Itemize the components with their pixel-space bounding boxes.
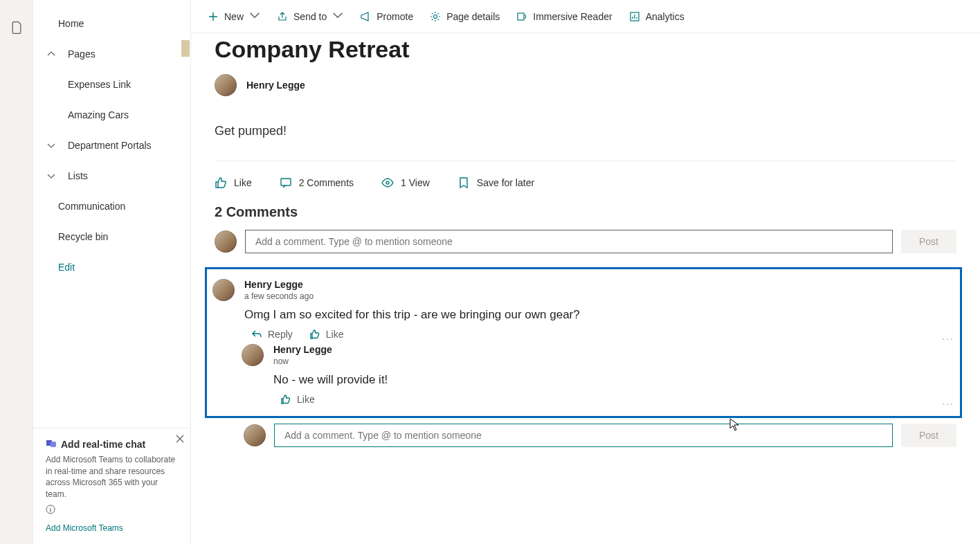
app-rail — [0, 0, 33, 544]
nav-department-portals[interactable]: Department Portals — [33, 130, 190, 161]
svg-point-3 — [434, 15, 437, 18]
like-button[interactable]: Like — [280, 394, 315, 405]
views-count: 1 View — [381, 176, 430, 189]
nav-edit[interactable]: Edit — [33, 252, 190, 282]
reply-input[interactable] — [274, 424, 893, 447]
reader-icon — [516, 11, 527, 22]
avatar[interactable] — [215, 74, 237, 96]
comments-highlight: Henry Legge a few seconds ago Omg I am s… — [205, 267, 962, 418]
nav-lists[interactable]: Lists — [33, 161, 190, 191]
actions-bar: Like 2 Comments 1 View Save for later — [215, 176, 956, 189]
more-icon[interactable]: ··· — [942, 333, 954, 344]
comment-author: Henry Legge — [244, 279, 954, 290]
send-to-button[interactable]: Send to — [277, 10, 343, 23]
nav: Home Pages Expenses Link Amazing Cars De… — [33, 0, 190, 428]
promo-desc: Add Microsoft Teams to collaborate in re… — [46, 454, 178, 500]
main: New Send to Promote Page details Immersi… — [191, 0, 980, 544]
nav-communication[interactable]: Communication — [33, 191, 190, 221]
like-button[interactable]: Like — [309, 329, 344, 340]
chart-icon — [629, 11, 640, 22]
save-button[interactable]: Save for later — [457, 176, 534, 189]
avatar[interactable] — [242, 344, 264, 366]
megaphone-icon — [360, 11, 371, 22]
chevron-down-icon — [47, 141, 57, 149]
info-icon[interactable] — [46, 505, 178, 516]
like-icon — [215, 176, 227, 189]
nav-amazing-cars[interactable]: Amazing Cars — [33, 100, 190, 130]
accent-tab — [181, 40, 190, 57]
chevron-up-icon — [47, 50, 57, 58]
chevron-down-icon — [249, 10, 260, 23]
nav-recycle-bin[interactable]: Recycle bin — [33, 221, 190, 252]
avatar — [244, 424, 266, 446]
close-icon[interactable] — [175, 434, 185, 446]
comment-input[interactable] — [245, 230, 893, 253]
chevron-down-icon — [47, 172, 57, 180]
teams-icon — [46, 438, 57, 451]
toolbar: New Send to Promote Page details Immersi… — [191, 0, 980, 33]
page-title: Company Retreat — [215, 36, 956, 63]
reply-input-row: Post — [244, 424, 956, 447]
sidebar: Home Pages Expenses Link Amazing Cars De… — [33, 0, 191, 544]
share-icon — [277, 11, 288, 22]
page-content: Company Retreat Henry Legge Get pumped! … — [191, 33, 980, 475]
like-button[interactable]: Like — [215, 176, 252, 189]
more-icon[interactable]: ··· — [942, 398, 954, 409]
promo-link[interactable]: Add Microsoft Teams — [46, 523, 178, 533]
like-icon — [280, 394, 291, 405]
avatar[interactable] — [212, 279, 235, 301]
comment-author: Henry Legge — [273, 344, 954, 355]
comment-input-row: Post — [215, 230, 956, 253]
comment-icon — [280, 176, 292, 189]
new-button[interactable]: New — [208, 10, 260, 23]
plus-icon — [208, 11, 219, 22]
divider — [215, 161, 956, 161]
comment-text: No - we will provide it! — [273, 373, 954, 387]
body-text: Get pumped! — [215, 124, 956, 138]
page-details-button[interactable]: Page details — [430, 11, 500, 22]
comment-text: Omg I am so excited for this trip - are … — [244, 308, 954, 322]
svg-point-7 — [386, 181, 389, 184]
chevron-down-icon — [332, 10, 343, 23]
svg-rect-1 — [51, 442, 56, 447]
comments-count[interactable]: 2 Comments — [280, 176, 354, 189]
author-name: Henry Legge — [246, 80, 305, 91]
immersive-reader-button[interactable]: Immersive Reader — [516, 11, 612, 22]
eye-icon — [381, 176, 394, 189]
reply-button[interactable]: Reply — [251, 329, 293, 340]
comment: Henry Legge a few seconds ago Omg I am s… — [212, 279, 954, 340]
reply-icon — [251, 329, 262, 340]
comment-reply: Henry Legge now No - we will provide it!… — [242, 344, 954, 405]
svg-rect-6 — [281, 179, 291, 185]
post-button[interactable]: Post — [901, 424, 956, 447]
nav-expenses[interactable]: Expenses Link — [33, 69, 190, 100]
author-row: Henry Legge — [215, 74, 956, 96]
nav-pages[interactable]: Pages — [33, 39, 190, 69]
promo-title: Add real-time chat — [46, 438, 178, 451]
bookmark-icon — [457, 176, 470, 189]
comment-time: a few seconds ago — [244, 291, 954, 301]
promote-button[interactable]: Promote — [360, 11, 413, 22]
promo-card: Add real-time chat Add Microsoft Teams t… — [33, 428, 190, 544]
avatar — [215, 230, 237, 253]
post-button[interactable]: Post — [901, 230, 956, 253]
document-icon — [10, 21, 24, 544]
comment-time: now — [273, 356, 954, 366]
svg-rect-4 — [518, 13, 524, 20]
gear-icon — [430, 11, 441, 22]
analytics-button[interactable]: Analytics — [629, 11, 684, 22]
comments-heading: 2 Comments — [215, 204, 956, 220]
nav-home[interactable]: Home — [33, 8, 190, 39]
like-icon — [309, 329, 320, 340]
